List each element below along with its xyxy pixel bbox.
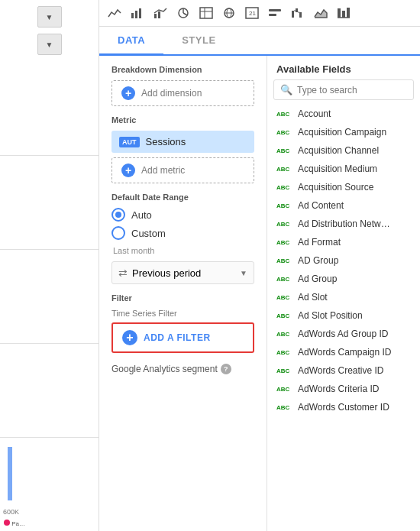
sidebar-arrow-2[interactable]: ▼ xyxy=(37,34,62,55)
field-item[interactable]: ABC AdWords Campaign ID xyxy=(270,343,417,361)
svg-rect-25 xyxy=(347,8,350,18)
field-item[interactable]: ABC AdWords Criteria ID xyxy=(270,380,417,398)
svg-rect-2 xyxy=(139,8,141,18)
sidebar: ▼ ▼ 600K Pa… xyxy=(0,0,99,531)
google-analytics-row: Google Analytics segment ? xyxy=(111,364,254,374)
field-item[interactable]: ABC AdWords Ad Group ID xyxy=(270,325,417,343)
add-dimension-button[interactable]: + Add dimension xyxy=(111,80,254,106)
radio-auto-circle xyxy=(111,208,125,222)
svg-rect-23 xyxy=(338,8,341,18)
sidebar-arrow-1[interactable]: ▼ xyxy=(37,6,62,28)
field-type-badge: ABC xyxy=(276,221,293,228)
radio-auto-label: Auto xyxy=(131,209,152,221)
field-type-badge: ABC xyxy=(276,367,293,374)
previous-period-dropdown[interactable]: ⇄ Previous period ▼ xyxy=(111,261,254,284)
field-item[interactable]: ABC Ad Content xyxy=(270,196,417,215)
field-name: Ad Format xyxy=(298,237,341,248)
field-type-badge: ABC xyxy=(276,404,293,411)
svg-rect-20 xyxy=(299,12,302,18)
line-chart-icon[interactable] xyxy=(105,5,124,21)
field-type-badge: ABC xyxy=(276,386,293,393)
help-icon[interactable]: ? xyxy=(221,364,231,374)
field-type-badge: ABC xyxy=(276,257,293,264)
field-name: Acquisition Channel xyxy=(298,145,379,156)
field-item[interactable]: ABC Ad Distribution Netw… xyxy=(270,215,417,233)
area-chart-icon[interactable] xyxy=(312,5,330,21)
field-item[interactable]: ABC Acquisition Channel xyxy=(270,141,417,160)
radio-custom-circle xyxy=(111,226,125,240)
sub-date-label: Last month xyxy=(113,246,254,255)
svg-rect-18 xyxy=(292,11,294,18)
radio-group: Auto Custom xyxy=(111,208,254,240)
table-chart-icon[interactable] xyxy=(197,5,215,21)
field-item[interactable]: ABC AdWords Customer ID xyxy=(270,398,417,416)
field-name: Account xyxy=(298,108,331,119)
field-name: AdWords Creative ID xyxy=(298,365,383,376)
field-name: AdWords Ad Group ID xyxy=(298,329,389,339)
field-name: Ad Content xyxy=(298,200,344,211)
field-name: Ad Slot xyxy=(298,292,328,303)
field-name: Ad Distribution Netw… xyxy=(298,219,390,229)
field-name: AdWords Campaign ID xyxy=(298,347,392,358)
svg-rect-19 xyxy=(296,8,298,12)
timeline-icon[interactable] xyxy=(266,5,284,21)
metric-badge: AUT xyxy=(119,137,140,147)
field-item[interactable]: ABC Ad Slot xyxy=(270,288,417,306)
field-type-badge: ABC xyxy=(276,312,293,319)
time-series-filter-label: Time Series Filter xyxy=(111,309,254,318)
field-item[interactable]: ABC AD Group xyxy=(270,251,417,270)
fields-panel: Available Fields 🔍 ABC Account ABC Acqui… xyxy=(267,56,420,531)
config-panel: Breakdown Dimension + Add dimension Metr… xyxy=(99,56,267,531)
field-item[interactable]: ABC Acquisition Medium xyxy=(270,160,417,178)
chart-y-label: 600K xyxy=(3,508,19,516)
chevron-down-icon: ▼ xyxy=(240,269,247,277)
field-item[interactable]: ABC Ad Format xyxy=(270,233,417,251)
field-item[interactable]: ABC Ad Slot Position xyxy=(270,306,417,325)
transfer-icon: ⇄ xyxy=(118,267,128,279)
radio-custom-label: Custom xyxy=(131,228,166,239)
field-name: Acquisition Campaign xyxy=(298,127,386,138)
svg-rect-3 xyxy=(154,14,157,18)
svg-rect-1 xyxy=(135,11,137,18)
radio-custom[interactable]: Custom xyxy=(111,226,254,240)
field-type-badge: ABC xyxy=(276,129,293,136)
search-box[interactable]: 🔍 xyxy=(273,79,414,100)
add-filter-button[interactable]: + ADD A FILTER xyxy=(111,322,254,353)
field-item[interactable]: ABC AdWords Creative ID xyxy=(270,361,417,380)
field-item[interactable]: ABC Acquisition Campaign xyxy=(270,123,417,141)
waterfall-icon[interactable] xyxy=(289,5,307,21)
radio-auto[interactable]: Auto xyxy=(111,208,254,222)
svg-rect-17 xyxy=(269,14,276,16)
svg-rect-8 xyxy=(200,8,212,18)
svg-rect-24 xyxy=(342,11,345,18)
add-metric-label: Add metric xyxy=(141,165,185,176)
add-dimension-plus-icon: + xyxy=(121,86,135,100)
combo-chart-icon[interactable] xyxy=(151,5,170,21)
field-item[interactable]: ABC Ad Group xyxy=(270,270,417,288)
field-item[interactable]: ABC Acquisition Source xyxy=(270,178,417,196)
svg-rect-16 xyxy=(269,9,281,11)
metric-label: Metric xyxy=(111,115,254,125)
field-name: Acquisition Medium xyxy=(298,164,377,174)
scorecard-icon[interactable]: 21 xyxy=(243,5,261,21)
metric-name: Sessions xyxy=(146,136,186,147)
field-name: AdWords Criteria ID xyxy=(298,384,379,394)
field-type-badge: ABC xyxy=(276,111,293,118)
tab-data[interactable]: DATA xyxy=(99,27,163,56)
fields-list: ABC Account ABC Acquisition Campaign ABC… xyxy=(267,105,420,531)
content-area: Breakdown Dimension + Add dimension Metr… xyxy=(99,56,420,531)
geo-chart-icon[interactable] xyxy=(220,5,238,21)
add-metric-button[interactable]: + Add metric xyxy=(111,157,254,183)
field-type-badge: ABC xyxy=(276,147,293,154)
search-input[interactable] xyxy=(297,85,407,96)
add-filter-label: ADD A FILTER xyxy=(144,332,211,343)
field-item[interactable]: ABC Account xyxy=(270,105,417,123)
pie-chart-icon[interactable] xyxy=(174,5,192,21)
bar-chart-icon[interactable] xyxy=(128,5,147,21)
svg-rect-4 xyxy=(158,11,160,18)
more-charts-icon[interactable] xyxy=(334,5,353,21)
svg-rect-0 xyxy=(131,13,134,18)
filter-section: Filter Time Series Filter + ADD A FILTER xyxy=(111,293,254,353)
metric-sessions-item[interactable]: AUT Sessions xyxy=(111,131,254,153)
tab-style[interactable]: STYLE xyxy=(163,27,234,56)
